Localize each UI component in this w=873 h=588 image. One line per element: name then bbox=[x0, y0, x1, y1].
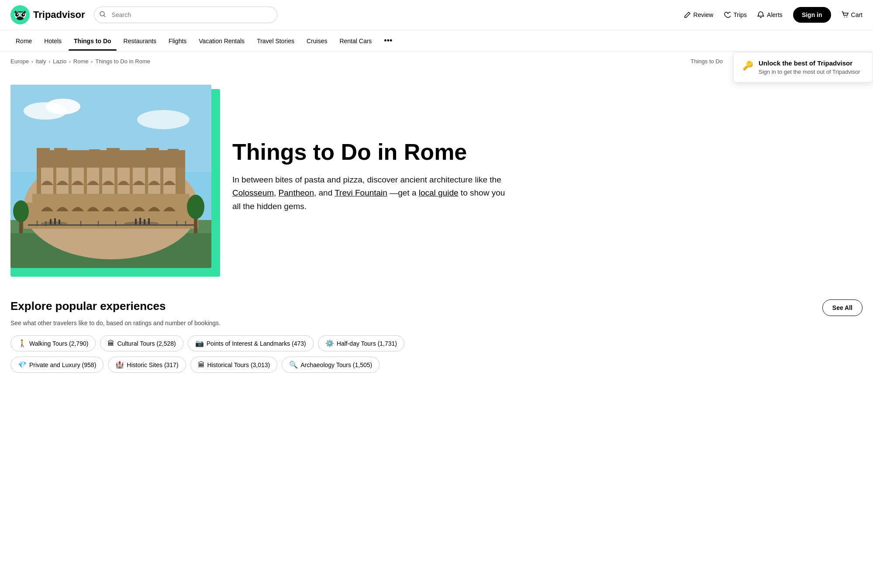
heart-icon bbox=[724, 11, 731, 18]
breadcrumb: Europe › Italy › Lazio › Rome › Things t… bbox=[10, 58, 150, 65]
svg-rect-52 bbox=[28, 224, 194, 226]
nav-item-travel-stories[interactable]: Travel Stories bbox=[252, 31, 300, 51]
search-input[interactable] bbox=[94, 7, 277, 23]
header-actions: Review Trips Alerts Sign in Cart bbox=[684, 7, 863, 23]
breadcrumb-chevron-1: › bbox=[31, 59, 33, 64]
pantheon-link[interactable]: Pantheon bbox=[279, 188, 314, 197]
svg-rect-58 bbox=[176, 221, 177, 226]
nav-item-cruises[interactable]: Cruises bbox=[301, 31, 332, 51]
review-label: Review bbox=[694, 11, 714, 18]
logo-text: Tripadvisor bbox=[33, 9, 85, 21]
local-guide-link[interactable]: local guide bbox=[419, 188, 459, 197]
tag-walking-tours[interactable]: 🚶 Walking Tours (2,790) bbox=[10, 335, 96, 351]
explore-header: Explore popular experiences See All bbox=[10, 299, 863, 316]
svg-rect-45 bbox=[50, 219, 52, 224]
tag-points-of-interest[interactable]: 📷 Points of Interest & Landmarks (473) bbox=[188, 335, 314, 351]
tag-private-luxury[interactable]: 💎 Private and Luxury (958) bbox=[10, 357, 104, 373]
svg-rect-33 bbox=[37, 148, 50, 155]
walking-icon: 🚶 bbox=[18, 339, 27, 347]
breadcrumb-chevron-3: › bbox=[69, 59, 71, 64]
svg-point-16 bbox=[137, 110, 190, 129]
svg-rect-36 bbox=[107, 148, 120, 155]
svg-rect-50 bbox=[144, 219, 145, 224]
hero-text: Things to Do in Rome In between bites of… bbox=[232, 140, 514, 213]
svg-rect-35 bbox=[89, 149, 100, 155]
svg-point-40 bbox=[13, 200, 29, 222]
tag-cultural-tours[interactable]: 🏛 Cultural Tours (2,528) bbox=[100, 335, 183, 351]
hero-section: Things to Do in Rome In between bites of… bbox=[0, 71, 524, 285]
svg-rect-37 bbox=[146, 148, 159, 155]
nav-item-restaurants[interactable]: Restaurants bbox=[118, 31, 162, 51]
logo-owl-icon bbox=[10, 5, 30, 24]
search-bar bbox=[94, 7, 277, 23]
svg-point-0 bbox=[10, 5, 30, 24]
tag-half-day-tours[interactable]: ⚙️ Half-day Tours (1,731) bbox=[318, 335, 404, 351]
trips-link[interactable]: Trips bbox=[724, 11, 747, 18]
svg-point-5 bbox=[17, 14, 18, 15]
hero-image-wrap bbox=[10, 85, 211, 268]
trevi-fountain-link[interactable]: Trevi Fountain bbox=[335, 188, 387, 197]
archaeology-icon: 🔍 bbox=[289, 361, 298, 369]
svg-point-10 bbox=[844, 17, 845, 17]
tag-archaeology-tours[interactable]: 🔍 Archaeology Tours (1,505) bbox=[282, 357, 380, 373]
halfday-icon: ⚙️ bbox=[325, 339, 334, 347]
svg-rect-55 bbox=[80, 221, 81, 226]
svg-rect-31 bbox=[32, 194, 190, 220]
cart-link[interactable]: Cart bbox=[842, 11, 863, 18]
breadcrumb-europe[interactable]: Europe bbox=[10, 58, 29, 65]
cart-label: Cart bbox=[851, 11, 863, 18]
historic-icon: 🏰 bbox=[115, 361, 124, 369]
notification-content: Unlock the best of Tripadvisor Sign in t… bbox=[759, 59, 860, 75]
tag-historic-sites[interactable]: 🏰 Historic Sites (317) bbox=[108, 357, 186, 373]
cultural-icon: 🏛 bbox=[107, 340, 114, 347]
hero-description: In between bites of pasta and pizza, dis… bbox=[232, 173, 514, 213]
nav-item-flights[interactable]: Flights bbox=[163, 31, 192, 51]
nav-item-things-to-do[interactable]: Things to Do bbox=[69, 31, 117, 51]
nav-more-button[interactable]: ••• bbox=[379, 30, 397, 52]
breadcrumb-lazio[interactable]: Lazio bbox=[53, 58, 66, 65]
svg-rect-46 bbox=[54, 218, 56, 224]
hero-title: Things to Do in Rome bbox=[232, 140, 514, 165]
tag-cultural-label: Cultural Tours (2,528) bbox=[117, 340, 176, 347]
svg-point-15 bbox=[45, 99, 80, 114]
nav-item-rome[interactable]: Rome bbox=[10, 31, 37, 51]
signin-button[interactable]: Sign in bbox=[793, 7, 831, 23]
nav-item-vacation-rentals[interactable]: Vacation Rentals bbox=[193, 31, 250, 51]
breadcrumb-right: Things to Do bbox=[690, 58, 723, 65]
breadcrumb-things-to-do[interactable]: Things to Do in Rome bbox=[95, 58, 150, 65]
svg-rect-59 bbox=[185, 221, 186, 226]
tag-historic-label: Historic Sites (317) bbox=[127, 361, 178, 368]
tags-row-1: 🚶 Walking Tours (2,790) 🏛 Cultural Tours… bbox=[10, 335, 863, 351]
tag-poi-label: Points of Interest & Landmarks (473) bbox=[207, 340, 306, 347]
landmark-icon: 📷 bbox=[195, 339, 204, 347]
explore-section: Explore popular experiences See All See … bbox=[0, 285, 873, 385]
svg-rect-49 bbox=[139, 218, 141, 224]
key-icon: 🔑 bbox=[742, 60, 753, 71]
colosseum-link[interactable]: Colosseum bbox=[232, 188, 274, 197]
notification-popup: 🔑 Unlock the best of Tripadvisor Sign in… bbox=[733, 52, 873, 83]
alerts-link[interactable]: Alerts bbox=[757, 11, 783, 18]
svg-rect-34 bbox=[54, 148, 67, 155]
svg-point-7 bbox=[17, 17, 24, 20]
nav-item-hotels[interactable]: Hotels bbox=[39, 31, 67, 51]
review-link[interactable]: Review bbox=[684, 11, 714, 18]
tag-halfday-label: Half-day Tours (1,731) bbox=[337, 340, 397, 347]
svg-rect-53 bbox=[37, 221, 38, 226]
alerts-label: Alerts bbox=[767, 11, 783, 18]
colosseum-illustration bbox=[10, 85, 211, 268]
breadcrumb-italy[interactable]: Italy bbox=[36, 58, 46, 65]
logo[interactable]: Tripadvisor bbox=[10, 5, 85, 24]
hero-image bbox=[10, 85, 211, 268]
breadcrumb-rome[interactable]: Rome bbox=[73, 58, 89, 65]
breadcrumb-chevron-4: › bbox=[91, 59, 93, 64]
nav-item-rental-cars[interactable]: Rental Cars bbox=[334, 31, 377, 51]
tag-historical-tours[interactable]: 🏛 Historical Tours (3,013) bbox=[190, 357, 278, 373]
see-all-button[interactable]: See All bbox=[822, 299, 863, 316]
pencil-icon bbox=[684, 11, 691, 18]
main-nav: Rome Hotels Things to Do Restaurants Fli… bbox=[0, 30, 873, 52]
search-icon bbox=[99, 11, 106, 19]
svg-rect-48 bbox=[135, 219, 137, 224]
breadcrumb-row: Europe › Italy › Lazio › Rome › Things t… bbox=[0, 52, 873, 71]
tag-historical-label: Historical Tours (3,013) bbox=[207, 361, 270, 368]
svg-rect-56 bbox=[98, 221, 99, 226]
